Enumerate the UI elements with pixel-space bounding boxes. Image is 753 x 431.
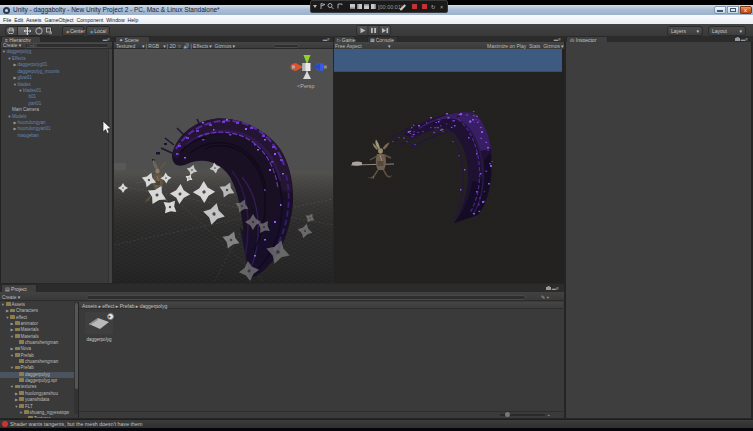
svg-text:<Persp: <Persp	[297, 83, 315, 89]
